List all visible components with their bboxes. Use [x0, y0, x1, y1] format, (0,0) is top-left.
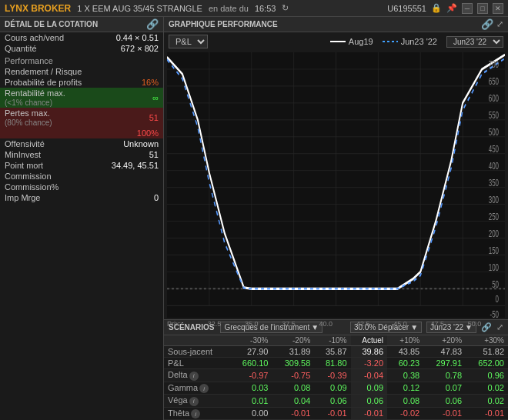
- pin-icon[interactable]: 📌: [446, 3, 457, 13]
- renta-max-sub: (<1% chance): [5, 98, 52, 107]
- x-val-40: 40.0: [319, 320, 333, 328]
- cell-value: -0.39: [314, 369, 350, 382]
- col-header-label: [164, 335, 230, 346]
- right-panel: GRAPHIQUE PERFORMANCE 🔗 ⤢ P&L Aug19 Jun2…: [164, 17, 508, 420]
- svg-text:P&L: P&L: [503, 175, 505, 195]
- table-row: Gammai0.030.080.090.090.120.070.02: [164, 382, 508, 395]
- performance-label: Performance: [0, 54, 163, 66]
- col-header-m20: -20%: [272, 335, 314, 346]
- close-button[interactable]: ✕: [493, 3, 503, 14]
- x-val-45: 45.0: [393, 320, 407, 328]
- prob-row: Probabilité de profits 16%: [0, 77, 163, 88]
- legend-item-aug: Aug19: [330, 37, 373, 46]
- cell-value: 0.01: [230, 395, 272, 408]
- app-logo: LYNX BROKER: [5, 3, 71, 14]
- pertes-max-label: Pertes max. (80% chance): [0, 108, 99, 128]
- date-dropdown[interactable]: Jun23 '22: [446, 36, 503, 48]
- chart-controls: P&L Aug19 Jun23 '22 Jun23 '22: [164, 32, 508, 51]
- left-link-icon[interactable]: 🔗: [146, 18, 159, 30]
- info-icon[interactable]: i: [199, 384, 209, 393]
- right-panel-header: GRAPHIQUE PERFORMANCE 🔗 ⤢: [164, 17, 508, 32]
- cell-value: 652.00: [466, 358, 508, 369]
- info-icon[interactable]: i: [189, 397, 199, 406]
- pertes-max-value: 51: [99, 108, 163, 128]
- cell-value: 0.78: [423, 369, 466, 382]
- commission-label: Commission: [0, 171, 99, 182]
- cell-value: -0.02: [387, 407, 423, 420]
- scenarios-table: -30% -20% -10% Actuel +10% +20% +30% Sou…: [164, 335, 508, 420]
- commission-pct-row: Commission%: [0, 182, 163, 192]
- cell-value: 35.87: [314, 346, 350, 358]
- cours-value: 0.44 × 0.51: [99, 32, 163, 43]
- right-panel-title: GRAPHIQUE PERFORMANCE: [169, 20, 278, 28]
- table-row: P&L660.10309.5881.80-3.2060.23297.91652.…: [164, 358, 508, 369]
- info-icon[interactable]: i: [191, 409, 200, 418]
- scenarios-body: Sous-jacent27.9031.8935.8739.8643.8547.8…: [164, 346, 508, 420]
- cell-value: 0.12: [387, 382, 423, 395]
- pnl-dropdown[interactable]: P&L: [169, 35, 208, 48]
- row-label: Sous-jacent: [164, 346, 230, 358]
- scenarios-panel: SCÉNARIOS Grecques de l'instrument ▼ 30.…: [164, 319, 508, 420]
- x-val-32: 32.5: [208, 320, 222, 328]
- legend-item-jun: Jun23 '22: [383, 37, 437, 46]
- table-row: Deltai-0.97-0.75-0.39-0.040.380.780.96: [164, 369, 508, 382]
- cell-value: 0.00: [230, 407, 272, 420]
- cell-value: -0.01: [314, 407, 350, 420]
- right-link-icon[interactable]: 🔗: [481, 18, 493, 30]
- legend-line-dotted: [383, 41, 398, 42]
- svg-text:550: 550: [489, 109, 499, 120]
- x-axis: Prix: 32.5 35.0 37.5 40.0 42.5 45.0 47.5…: [167, 320, 505, 328]
- cell-value: 51.82: [466, 346, 508, 358]
- info-icon[interactable]: i: [189, 372, 199, 381]
- svg-text:600: 600: [489, 92, 499, 103]
- cell-value: 39.86: [351, 346, 388, 358]
- commission-value: [99, 171, 163, 182]
- expand-icon[interactable]: ⤢: [496, 19, 503, 29]
- date-label: en date du: [209, 4, 249, 13]
- performance-header: Performance: [0, 54, 163, 66]
- mininvest-row: MinInvest 51: [0, 149, 163, 160]
- x-axis-label: Prix:: [167, 320, 181, 328]
- x-val-37: 37.5: [282, 320, 296, 328]
- title-bar: LYNX BROKER 1 X EEM AUG 35/45 STRANGLE e…: [0, 0, 508, 17]
- cell-value: 0.06: [351, 395, 388, 408]
- x-val-50: 50.0: [468, 320, 482, 328]
- cell-value: 0.09: [351, 382, 388, 395]
- cell-value: 0.02: [466, 395, 508, 408]
- cell-value: -0.75: [272, 369, 314, 382]
- col-header-m30: -30%: [230, 335, 272, 346]
- cours-label: Cours ach/vend: [0, 32, 99, 43]
- cell-value: -0.01: [423, 407, 466, 420]
- svg-text:450: 450: [489, 143, 499, 154]
- row-label: Végai: [164, 395, 230, 408]
- x-val-42: 42.5: [356, 320, 370, 328]
- left-panel-header: DÉTAIL DE LA COTATION 🔗: [0, 17, 163, 32]
- quantite-row: Quantité 672 × 802: [0, 43, 163, 54]
- pointmort-row: Point mort 34.49, 45.51: [0, 160, 163, 171]
- renta-max-row: Rentabilité max. (<1% chance) ∞: [0, 88, 163, 108]
- row-label: Thêtai: [164, 407, 230, 420]
- legend-jun-label: Jun23 '22: [401, 37, 437, 46]
- cell-value: 0.06: [314, 395, 350, 408]
- pertes-pct-value: 100%: [99, 128, 163, 138]
- account-id: U6195551: [387, 4, 426, 13]
- imp-mrge-value: 0: [99, 192, 163, 203]
- offensivite-label: Offensivité: [0, 138, 99, 149]
- minimize-button[interactable]: ─: [462, 3, 473, 14]
- rendement-value: [99, 66, 163, 77]
- table-row: Sous-jacent27.9031.8935.8739.8643.8547.8…: [164, 346, 508, 358]
- row-label: Gammai: [164, 382, 230, 395]
- commission-row: Commission: [0, 171, 163, 182]
- left-panel: DÉTAIL DE LA COTATION 🔗 Cours ach/vend 0…: [0, 17, 164, 420]
- renta-max-label: Rentabilité max. (<1% chance): [0, 88, 99, 108]
- svg-text:50: 50: [492, 278, 499, 289]
- scenarios-header-row: -30% -20% -10% Actuel +10% +20% +30%: [164, 335, 508, 346]
- row-label: Deltai: [164, 369, 230, 382]
- maximize-button[interactable]: □: [477, 3, 488, 14]
- svg-text:350: 350: [489, 177, 499, 188]
- svg-text:500: 500: [489, 126, 499, 137]
- refresh-icon[interactable]: ↻: [282, 3, 289, 13]
- pertes-pct-label: [0, 128, 99, 138]
- cell-value: 0.08: [272, 382, 314, 395]
- cell-value: 60.23: [387, 358, 423, 369]
